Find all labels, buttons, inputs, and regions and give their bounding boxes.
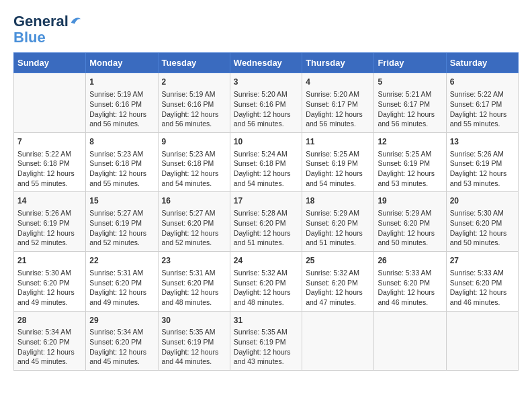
day-number: 30 — [162, 315, 226, 326]
day-number: 18 — [306, 195, 370, 207]
day-number: 24 — [234, 255, 298, 267]
calendar-week-0: 1Sunrise: 5:19 AMSunset: 6:16 PMDaylight… — [14, 73, 519, 133]
day-info: Sunrise: 5:28 AMSunset: 6:20 PMDaylight:… — [234, 208, 298, 248]
day-number: 6 — [450, 77, 515, 88]
day-info: Sunrise: 5:31 AMSunset: 6:20 PMDaylight:… — [162, 268, 226, 308]
calendar-cell: 25Sunrise: 5:32 AMSunset: 6:20 PMDayligh… — [302, 252, 374, 312]
page-header: General Blue — [13, 13, 519, 46]
calendar-cell: 14Sunrise: 5:26 AMSunset: 6:19 PMDayligh… — [14, 192, 86, 252]
calendar-cell: 18Sunrise: 5:29 AMSunset: 6:20 PMDayligh… — [302, 192, 374, 252]
day-number: 9 — [162, 136, 226, 148]
day-info: Sunrise: 5:23 AMSunset: 6:18 PMDaylight:… — [89, 149, 154, 189]
calendar-cell: 26Sunrise: 5:33 AMSunset: 6:20 PMDayligh… — [374, 252, 446, 312]
day-info: Sunrise: 5:29 AMSunset: 6:20 PMDaylight:… — [306, 208, 370, 248]
day-number: 22 — [89, 255, 154, 267]
col-header-thursday: Thursday — [302, 53, 374, 73]
calendar-cell: 31Sunrise: 5:35 AMSunset: 6:19 PMDayligh… — [230, 311, 302, 371]
logo: General Blue — [13, 13, 82, 46]
day-number: 21 — [17, 255, 82, 267]
day-number: 28 — [17, 315, 82, 326]
day-number: 11 — [306, 136, 370, 148]
day-number: 1 — [89, 77, 154, 88]
day-number: 5 — [378, 77, 442, 88]
day-info: Sunrise: 5:32 AMSunset: 6:20 PMDaylight:… — [306, 268, 370, 308]
logo-bird-icon — [70, 15, 82, 28]
calendar-cell: 28Sunrise: 5:34 AMSunset: 6:20 PMDayligh… — [14, 311, 86, 371]
day-number: 8 — [89, 136, 154, 148]
day-info: Sunrise: 5:22 AMSunset: 6:17 PMDaylight:… — [450, 89, 515, 129]
day-number: 16 — [162, 195, 226, 207]
day-number: 19 — [378, 195, 442, 207]
day-info: Sunrise: 5:24 AMSunset: 6:18 PMDaylight:… — [234, 149, 298, 189]
calendar-cell: 15Sunrise: 5:27 AMSunset: 6:19 PMDayligh… — [86, 192, 158, 252]
day-info: Sunrise: 5:25 AMSunset: 6:19 PMDaylight:… — [378, 149, 442, 189]
day-number: 14 — [17, 195, 82, 207]
col-header-tuesday: Tuesday — [158, 53, 230, 73]
col-header-friday: Friday — [374, 53, 446, 73]
day-info: Sunrise: 5:20 AMSunset: 6:16 PMDaylight:… — [234, 89, 298, 129]
day-info: Sunrise: 5:30 AMSunset: 6:20 PMDaylight:… — [17, 268, 82, 308]
day-number: 7 — [17, 136, 82, 148]
day-number: 31 — [234, 315, 298, 326]
calendar-cell: 22Sunrise: 5:31 AMSunset: 6:20 PMDayligh… — [86, 252, 158, 312]
day-number: 12 — [378, 136, 442, 148]
col-header-sunday: Sunday — [14, 53, 86, 73]
day-info: Sunrise: 5:32 AMSunset: 6:20 PMDaylight:… — [234, 268, 298, 308]
day-info: Sunrise: 5:30 AMSunset: 6:20 PMDaylight:… — [450, 208, 515, 248]
calendar-cell — [302, 311, 374, 371]
day-info: Sunrise: 5:27 AMSunset: 6:20 PMDaylight:… — [162, 208, 226, 248]
calendar-cell: 12Sunrise: 5:25 AMSunset: 6:19 PMDayligh… — [374, 132, 446, 192]
calendar-week-1: 7Sunrise: 5:22 AMSunset: 6:18 PMDaylight… — [14, 132, 519, 192]
day-info: Sunrise: 5:34 AMSunset: 6:20 PMDaylight:… — [17, 327, 82, 367]
calendar-cell: 1Sunrise: 5:19 AMSunset: 6:16 PMDaylight… — [86, 73, 158, 133]
calendar-cell: 5Sunrise: 5:21 AMSunset: 6:17 PMDaylight… — [374, 73, 446, 133]
day-number: 20 — [450, 195, 515, 207]
col-header-saturday: Saturday — [446, 53, 518, 73]
day-number: 26 — [378, 255, 442, 267]
day-number: 27 — [450, 255, 515, 267]
day-number: 3 — [234, 77, 298, 88]
day-info: Sunrise: 5:29 AMSunset: 6:20 PMDaylight:… — [378, 208, 442, 248]
calendar-cell: 24Sunrise: 5:32 AMSunset: 6:20 PMDayligh… — [230, 252, 302, 312]
day-info: Sunrise: 5:34 AMSunset: 6:20 PMDaylight:… — [89, 327, 154, 367]
day-number: 25 — [306, 255, 370, 267]
header-row: SundayMondayTuesdayWednesdayThursdayFrid… — [14, 53, 519, 73]
calendar-cell: 19Sunrise: 5:29 AMSunset: 6:20 PMDayligh… — [374, 192, 446, 252]
day-number: 17 — [234, 195, 298, 207]
day-info: Sunrise: 5:20 AMSunset: 6:17 PMDaylight:… — [306, 89, 370, 129]
day-number: 10 — [234, 136, 298, 148]
day-info: Sunrise: 5:21 AMSunset: 6:17 PMDaylight:… — [378, 89, 442, 129]
day-info: Sunrise: 5:31 AMSunset: 6:20 PMDaylight:… — [89, 268, 154, 308]
calendar-cell: 4Sunrise: 5:20 AMSunset: 6:17 PMDaylight… — [302, 73, 374, 133]
day-info: Sunrise: 5:26 AMSunset: 6:19 PMDaylight:… — [450, 149, 515, 189]
calendar-cell: 27Sunrise: 5:33 AMSunset: 6:20 PMDayligh… — [446, 252, 518, 312]
calendar-cell: 11Sunrise: 5:25 AMSunset: 6:19 PMDayligh… — [302, 132, 374, 192]
calendar-cell: 29Sunrise: 5:34 AMSunset: 6:20 PMDayligh… — [86, 311, 158, 371]
calendar-cell: 17Sunrise: 5:28 AMSunset: 6:20 PMDayligh… — [230, 192, 302, 252]
day-info: Sunrise: 5:27 AMSunset: 6:19 PMDaylight:… — [89, 208, 154, 248]
calendar-cell: 7Sunrise: 5:22 AMSunset: 6:18 PMDaylight… — [14, 132, 86, 192]
day-info: Sunrise: 5:33 AMSunset: 6:20 PMDaylight:… — [450, 268, 515, 308]
calendar-week-4: 28Sunrise: 5:34 AMSunset: 6:20 PMDayligh… — [14, 311, 519, 371]
calendar-cell: 8Sunrise: 5:23 AMSunset: 6:18 PMDaylight… — [86, 132, 158, 192]
calendar-cell: 9Sunrise: 5:23 AMSunset: 6:18 PMDaylight… — [158, 132, 230, 192]
day-info: Sunrise: 5:26 AMSunset: 6:19 PMDaylight:… — [17, 208, 82, 248]
day-number: 4 — [306, 77, 370, 88]
day-number: 13 — [450, 136, 515, 148]
calendar-cell — [446, 311, 518, 371]
calendar-cell: 16Sunrise: 5:27 AMSunset: 6:20 PMDayligh… — [158, 192, 230, 252]
day-number: 23 — [162, 255, 226, 267]
day-info: Sunrise: 5:22 AMSunset: 6:18 PMDaylight:… — [17, 149, 82, 189]
calendar-cell — [14, 73, 86, 133]
day-info: Sunrise: 5:35 AMSunset: 6:19 PMDaylight:… — [162, 327, 226, 367]
day-info: Sunrise: 5:25 AMSunset: 6:19 PMDaylight:… — [306, 149, 370, 189]
day-info: Sunrise: 5:19 AMSunset: 6:16 PMDaylight:… — [89, 89, 154, 129]
calendar-cell: 13Sunrise: 5:26 AMSunset: 6:19 PMDayligh… — [446, 132, 518, 192]
calendar-table: SundayMondayTuesdayWednesdayThursdayFrid… — [13, 52, 519, 371]
col-header-monday: Monday — [86, 53, 158, 73]
day-info: Sunrise: 5:19 AMSunset: 6:16 PMDaylight:… — [162, 89, 226, 129]
calendar-cell: 21Sunrise: 5:30 AMSunset: 6:20 PMDayligh… — [14, 252, 86, 312]
calendar-cell: 2Sunrise: 5:19 AMSunset: 6:16 PMDaylight… — [158, 73, 230, 133]
calendar-cell — [374, 311, 446, 371]
day-info: Sunrise: 5:33 AMSunset: 6:20 PMDaylight:… — [378, 268, 442, 308]
